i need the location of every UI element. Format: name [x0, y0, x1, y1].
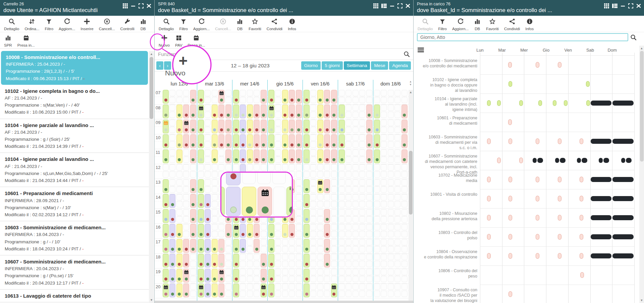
- empty-slot[interactable]: [310, 134, 316, 141]
- empty-slot[interactable]: [225, 291, 231, 297]
- empty-slot[interactable]: [310, 216, 316, 223]
- task-list-item[interactable]: 10607 - Somministrazione di medicamen...…: [0, 255, 149, 290]
- empty-slot[interactable]: [331, 164, 337, 171]
- not-in-charge-bar[interactable]: [612, 234, 634, 239]
- empty-slot[interactable]: [374, 276, 380, 282]
- empty-slot[interactable]: [183, 216, 189, 223]
- scheduled-visit-pill-pink[interactable]: [536, 62, 539, 68]
- scheduled-visit-pill-pink[interactable]: [580, 138, 583, 144]
- empty-slot[interactable]: [247, 239, 253, 245]
- empty-slot[interactable]: [205, 157, 211, 163]
- empty-slot[interactable]: [317, 224, 323, 230]
- empty-slot[interactable]: [331, 194, 337, 200]
- empty-slot[interactable]: [359, 112, 365, 118]
- empty-slot[interactable]: [225, 97, 231, 103]
- scheduled-visit-pill-pink[interactable]: [558, 253, 561, 259]
- task-list-item[interactable]: 10104 - Igiene parziale al lavandino ...…: [0, 119, 149, 153]
- empty-slot[interactable]: [233, 164, 239, 171]
- empty-slot[interactable]: [381, 157, 387, 163]
- empty-slot[interactable]: [275, 209, 281, 216]
- empty-slot[interactable]: [289, 164, 295, 171]
- empty-slot[interactable]: [374, 164, 380, 171]
- empty-slot[interactable]: [388, 224, 394, 230]
- empty-slot[interactable]: [381, 201, 387, 207]
- empty-slot[interactable]: [345, 216, 352, 223]
- empty-slot[interactable]: [254, 97, 260, 103]
- empty-slot[interactable]: [310, 276, 316, 282]
- scheduled-visit-pill-pink[interactable]: [580, 234, 583, 240]
- empty-slot[interactable]: [233, 171, 239, 178]
- empty-slot[interactable]: [296, 231, 302, 237]
- empty-slot[interactable]: [353, 186, 359, 193]
- empty-slot[interactable]: [183, 231, 189, 237]
- empty-slot[interactable]: [353, 120, 359, 126]
- empty-slot[interactable]: [183, 97, 189, 103]
- empty-slot[interactable]: [353, 179, 359, 186]
- visit-pair-marker[interactable]: [560, 158, 566, 163]
- empty-slot[interactable]: [366, 179, 372, 186]
- empty-slot[interactable]: [254, 254, 260, 260]
- empty-slot[interactable]: [282, 239, 288, 245]
- toolbar-button-aggiorn[interactable]: Aggiorn...: [59, 18, 75, 31]
- empty-slot[interactable]: [388, 171, 394, 178]
- empty-slot[interactable]: [205, 186, 211, 193]
- empty-slot[interactable]: [331, 269, 337, 275]
- close-icon[interactable]: [406, 3, 410, 8]
- empty-slot[interactable]: [345, 157, 352, 163]
- not-in-charge-bar[interactable]: [612, 253, 634, 258]
- empty-slot[interactable]: [310, 201, 316, 207]
- empty-slot[interactable]: [225, 276, 231, 282]
- empty-slot[interactable]: [296, 269, 302, 275]
- empty-slot[interactable]: [190, 171, 196, 178]
- empty-slot[interactable]: [353, 269, 359, 275]
- empty-slot[interactable]: [310, 127, 316, 133]
- empty-slot[interactable]: [388, 112, 394, 118]
- empty-slot[interactable]: [381, 269, 387, 275]
- scheduled-visit-pill-pink[interactable]: [580, 272, 584, 278]
- empty-slot[interactable]: [339, 201, 345, 207]
- empty-slot[interactable]: [353, 261, 359, 267]
- empty-slot[interactable]: [345, 194, 352, 200]
- scheduled-visit-pill-pink[interactable]: [580, 253, 583, 259]
- empty-slot[interactable]: [247, 261, 253, 267]
- empty-slot[interactable]: [275, 164, 281, 171]
- empty-slot[interactable]: [401, 291, 408, 297]
- empty-slot[interactable]: [275, 141, 281, 148]
- scheduled-visit-pill-pink[interactable]: [558, 62, 561, 68]
- empty-slot[interactable]: [254, 171, 260, 178]
- empty-slot[interactable]: [275, 246, 281, 252]
- empty-slot[interactable]: [225, 269, 231, 275]
- empty-slot[interactable]: [163, 171, 169, 178]
- empty-slot[interactable]: [401, 246, 408, 252]
- empty-slot[interactable]: [353, 134, 359, 141]
- empty-slot[interactable]: [359, 105, 365, 111]
- empty-slot[interactable]: [374, 261, 380, 267]
- empty-slot[interactable]: [205, 134, 211, 141]
- empty-slot[interactable]: [324, 269, 330, 275]
- empty-slot[interactable]: [282, 276, 288, 282]
- empty-slot[interactable]: [339, 254, 345, 260]
- empty-slot[interactable]: [345, 261, 352, 267]
- empty-slot[interactable]: [212, 194, 218, 200]
- empty-slot[interactable]: [289, 254, 295, 260]
- prev-week-button[interactable]: ‹: [156, 61, 163, 70]
- empty-slot[interactable]: [247, 171, 253, 178]
- empty-slot[interactable]: [317, 284, 323, 290]
- empty-slot[interactable]: [353, 157, 359, 163]
- empty-slot[interactable]: [366, 164, 372, 171]
- visit-pair-marker[interactable]: [537, 158, 543, 163]
- empty-slot[interactable]: [394, 171, 400, 178]
- empty-slot[interactable]: [317, 164, 323, 171]
- empty-slot[interactable]: [374, 239, 380, 245]
- empty-slot[interactable]: [388, 269, 394, 275]
- empty-slot[interactable]: [212, 90, 218, 96]
- empty-slot[interactable]: [339, 171, 345, 178]
- empty-slot[interactable]: [374, 179, 380, 186]
- empty-slot[interactable]: [275, 231, 281, 237]
- empty-slot[interactable]: [381, 231, 387, 237]
- empty-slot[interactable]: [275, 216, 281, 223]
- empty-slot[interactable]: [296, 209, 302, 216]
- empty-slot[interactable]: [353, 127, 359, 133]
- empty-slot[interactable]: [183, 201, 189, 207]
- empty-slot[interactable]: [374, 284, 380, 290]
